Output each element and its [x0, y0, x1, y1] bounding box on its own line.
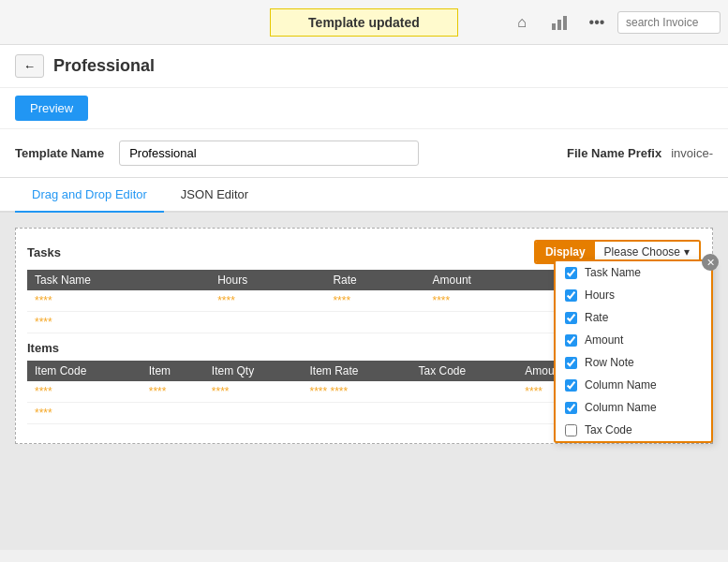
editor-area: Tasks Display Please Choose ▾ Task Name … — [0, 213, 728, 550]
tasks-col-task-name: Task Name — [27, 270, 210, 290]
items-col-item-qty: Item Qty — [204, 361, 303, 381]
please-choose-label: Please Choose — [604, 245, 680, 259]
checkbox-task-name[interactable] — [565, 267, 577, 279]
svg-rect-0 — [552, 23, 556, 30]
search-input[interactable] — [617, 11, 721, 34]
checkbox-amount[interactable] — [565, 334, 577, 347]
dropdown-item-hours[interactable]: Hours — [556, 284, 711, 306]
preview-button[interactable]: Preview — [15, 96, 88, 121]
dropdown-item-label: Amount — [585, 333, 623, 347]
page-title-row: ← Professional — [0, 45, 728, 88]
dropdown-item-task-name[interactable]: Task Name — [556, 261, 711, 284]
tabs-row: Drag and Drop Editor JSON Editor — [0, 178, 728, 213]
items-col-item-rate: Item Rate — [302, 361, 410, 381]
checkbox-column-name-1[interactable] — [565, 379, 577, 392]
dropdown-item-label: Task Name — [585, 266, 641, 279]
preview-row: Preview — [0, 88, 728, 129]
dropdown-item-label: Row Note — [585, 356, 634, 369]
tasks-col-amount: Amount — [425, 270, 563, 290]
tasks-col-rate: Rate — [325, 270, 424, 290]
column-dropdown-menu: ✕ Task Name Hours Rate Amount Row Note C… — [554, 259, 713, 443]
tasks-title: Tasks — [27, 245, 61, 259]
checkbox-hours[interactable] — [565, 289, 577, 302]
items-col-tax-code: Tax Code — [411, 361, 518, 381]
template-name-row: Template Name File Name Prefix invoice- — [0, 129, 728, 178]
tab-json-editor[interactable]: JSON Editor — [164, 178, 265, 213]
more-icon[interactable]: ••• — [580, 6, 614, 39]
top-bar: Template updated ⌂ ••• — [0, 0, 728, 45]
page-title: Professional — [53, 56, 155, 76]
tab-drag-and-drop[interactable]: Drag and Drop Editor — [15, 178, 164, 213]
checkbox-rate[interactable] — [565, 312, 577, 324]
file-name-value: invoice- — [671, 146, 713, 160]
svg-rect-1 — [557, 20, 561, 30]
top-bar-right: ⌂ ••• — [505, 0, 728, 44]
checkbox-row-note[interactable] — [565, 357, 577, 369]
svg-rect-2 — [563, 16, 567, 30]
dropdown-item-rate[interactable]: Rate — [556, 306, 711, 329]
file-name-section: File Name Prefix invoice- — [567, 146, 713, 160]
chart-icon[interactable] — [542, 6, 576, 39]
dropdown-item-row-note[interactable]: Row Note — [556, 351, 711, 374]
close-dropdown-button[interactable]: ✕ — [702, 254, 719, 271]
dropdown-item-amount[interactable]: Amount — [556, 329, 711, 351]
file-name-prefix-label: File Name Prefix — [567, 146, 661, 160]
dropdown-item-label: Column Name — [585, 401, 657, 414]
dropdown-item-column-name-2[interactable]: Column Name — [556, 396, 711, 419]
dropdown-item-label: Column Name — [585, 378, 657, 392]
checkbox-tax-code[interactable] — [565, 424, 577, 436]
notification-banner: Template updated — [270, 8, 458, 37]
back-button[interactable]: ← — [15, 54, 44, 78]
dropdown-item-label: Hours — [585, 288, 615, 302]
items-col-item: Item — [141, 361, 204, 381]
items-title: Items — [27, 341, 59, 355]
tasks-col-hours: Hours — [210, 270, 325, 290]
items-col-item-code: Item Code — [27, 361, 141, 381]
dropdown-item-tax-code[interactable]: Tax Code — [556, 419, 711, 441]
template-name-input[interactable] — [119, 140, 419, 166]
dropdown-item-column-name-1[interactable]: Column Name — [556, 374, 711, 396]
dropdown-item-label: Tax Code — [585, 423, 632, 436]
template-name-label: Template Name — [15, 146, 104, 160]
dropdown-arrow: ▾ — [684, 245, 690, 259]
home-icon[interactable]: ⌂ — [505, 6, 539, 39]
dropdown-item-label: Rate — [585, 311, 608, 324]
checkbox-column-name-2[interactable] — [565, 402, 577, 414]
